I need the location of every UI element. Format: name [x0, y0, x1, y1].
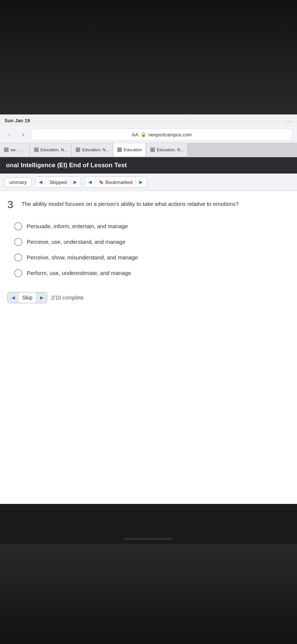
bookmarked-nav-group: ◀ 🔖 Bookmarked ▶	[85, 177, 147, 188]
tab-label-3: Education	[124, 148, 142, 152]
svg-rect-11	[78, 150, 80, 152]
radio-b[interactable]	[14, 238, 22, 246]
status-time: Sun Jan 19	[4, 118, 30, 123]
radio-c[interactable]	[14, 253, 22, 262]
tab-icon-4	[150, 147, 155, 152]
lock-icon: 🔒	[141, 132, 146, 137]
bottom-white-area	[0, 318, 297, 504]
page-title: onal Intelligence (EI) End of Lesson Tes…	[0, 157, 297, 174]
progress-text: 2/10 complete	[51, 295, 84, 301]
option-label-d: Perform, use, underestimate, and manage	[27, 269, 131, 277]
skipped-nav-group: ◀ Skipped ▶	[35, 177, 81, 188]
tab-icon-0	[4, 147, 9, 152]
bottom-dark-area	[0, 544, 297, 644]
tab-icon-3	[117, 147, 122, 152]
option-label-c: Perceive, show, misunderstand, and manag…	[27, 253, 138, 261]
svg-rect-5	[37, 148, 38, 149]
option-label-b: Perceive, use, understand, and manage	[27, 238, 125, 246]
svg-rect-18	[151, 150, 152, 152]
svg-rect-17	[153, 148, 154, 149]
summary-button[interactable]: ummary	[4, 177, 32, 187]
option-d[interactable]: Perform, use, underestimate, and manage	[11, 265, 290, 281]
status-dots: ...	[286, 118, 293, 123]
tab-4[interactable]: Education. N...	[146, 143, 187, 156]
svg-rect-3	[7, 150, 8, 152]
bookmarked-prev-button[interactable]: ◀	[85, 177, 95, 187]
option-c[interactable]: Perceive, show, misunderstand, and manag…	[11, 250, 290, 265]
question-header: 3 The ability model focuses on a person'…	[7, 198, 290, 211]
skip-controls: ◀ Skip ▶ 2/10 complete	[7, 288, 290, 303]
svg-rect-16	[151, 148, 152, 149]
tab-icon-2	[75, 147, 81, 152]
browser-nav-bar: ‹ › AA 🔒 nexportcampus.com	[0, 126, 297, 143]
option-b[interactable]: Perceive, use, understand, and manage	[11, 234, 290, 250]
skip-label: Skip	[18, 292, 36, 303]
url-display: nexportcampus.com	[148, 132, 192, 137]
question-block: 3 The ability model focuses on a person'…	[7, 198, 290, 303]
question-text: The ability model focuses on a person's …	[22, 198, 239, 208]
svg-rect-1	[7, 148, 8, 149]
svg-rect-19	[153, 150, 154, 152]
tab-label-0: ow - Gr...	[10, 148, 26, 152]
radio-a[interactable]	[14, 222, 22, 230]
main-content: 3 The ability model focuses on a person'…	[0, 191, 297, 318]
svg-rect-15	[120, 150, 121, 152]
svg-rect-7	[37, 150, 38, 152]
tabs-bar: ow - Gr... Education. N...	[0, 143, 297, 157]
svg-rect-2	[4, 150, 6, 152]
tab-label-2: Education. N...	[82, 148, 109, 152]
question-number: 3	[7, 198, 18, 211]
text-size-button[interactable]: AA	[132, 132, 138, 137]
skipped-label: Skipped	[46, 177, 70, 187]
options-list: Persuade, inform, entertain, and manage …	[7, 219, 290, 281]
back-button[interactable]: ‹	[4, 129, 15, 140]
svg-rect-12	[118, 148, 119, 149]
skipped-prev-button[interactable]: ◀	[36, 177, 46, 187]
tab-1[interactable]: Education. N...	[30, 143, 71, 156]
bookmark-icon: 🔖	[99, 180, 104, 185]
svg-rect-6	[35, 150, 36, 152]
tab-3[interactable]: Education	[113, 143, 146, 156]
home-indicator	[124, 538, 173, 540]
svg-rect-0	[4, 148, 6, 149]
bookmarked-next-button[interactable]: ▶	[136, 177, 146, 187]
tab-icon-1	[34, 147, 39, 152]
skip-btn-group: ◀ Skip ▶	[7, 292, 47, 303]
svg-rect-14	[118, 150, 119, 152]
option-label-a: Persuade, inform, entertain, and manage	[27, 222, 128, 230]
tab-label-4: Education. N...	[157, 148, 183, 152]
tab-2[interactable]: Education. N...	[72, 143, 113, 156]
quiz-nav: ummary ◀ Skipped ▶ ◀ 🔖 Bookmarked ▶	[0, 174, 297, 191]
forward-button[interactable]: ›	[18, 129, 28, 140]
skip-next-button[interactable]: ▶	[36, 292, 47, 303]
tab-label-1: Education. N...	[40, 148, 67, 152]
bookmarked-label: 🔖 Bookmarked	[95, 177, 136, 187]
svg-rect-4	[35, 148, 36, 149]
svg-rect-13	[120, 148, 121, 149]
svg-rect-10	[76, 150, 78, 152]
option-a[interactable]: Persuade, inform, entertain, and manage	[11, 219, 290, 234]
skip-prev-button[interactable]: ◀	[8, 292, 18, 303]
svg-rect-8	[76, 148, 78, 149]
svg-rect-9	[78, 148, 80, 149]
address-bar[interactable]: AA 🔒 nexportcampus.com	[31, 129, 293, 140]
radio-d[interactable]	[14, 269, 22, 277]
tab-0[interactable]: ow - Gr...	[0, 143, 30, 156]
skipped-next-button[interactable]: ▶	[70, 177, 81, 187]
